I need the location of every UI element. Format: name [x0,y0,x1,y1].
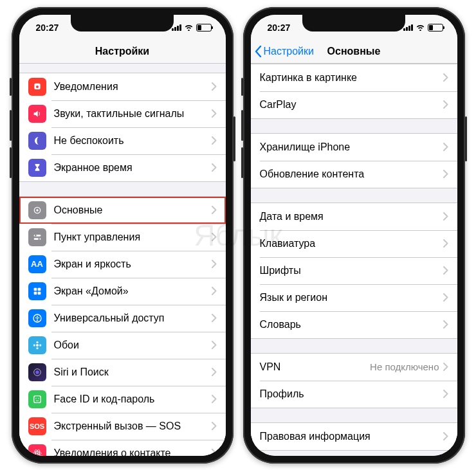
page-title: Основные [327,46,381,57]
chevron-right-icon [212,341,217,349]
row-label: Шрифты [260,265,443,276]
exposure-icon [28,444,46,456]
dnd-icon [28,132,46,150]
svg-point-20 [35,370,39,374]
battery-icon [196,24,212,32]
general-icon [28,201,46,219]
row-label: Основные [54,204,212,216]
row-label: Экран «Домой» [54,285,212,297]
chevron-right-icon [443,73,448,82]
row-dnd[interactable]: Не беспокоить [19,127,226,154]
general-list[interactable]: Картинка в картинкеCarPlayХранилище iPho… [251,64,457,456]
row-screentime[interactable]: Экранное время [19,154,226,181]
chevron-right-icon [212,163,217,172]
notch [71,15,174,32]
row-fonts[interactable]: Шрифты [251,257,457,284]
row-label: Экран и яркость [54,258,212,270]
row-label: Экстренный вызов — SOS [54,420,212,432]
chevron-right-icon [212,287,217,295]
svg-point-3 [36,209,38,211]
row-label: Не беспокоить [54,135,212,147]
row-control-center[interactable]: Пункт управления [19,224,226,251]
row-label: VPN [260,361,371,373]
row-refresh[interactable]: Обновление контента [251,161,457,188]
row-faceid[interactable]: Face ID и код-пароль [19,386,226,413]
row-label: Пункт управления [54,231,212,243]
chevron-right-icon [443,100,448,109]
row-label: CarPlay [260,99,443,111]
chevron-right-icon [212,449,217,456]
status-time: 20:27 [268,23,291,33]
row-exposure[interactable]: Уведомления о контакте [19,440,226,456]
row-notifications[interactable]: Уведомления [19,73,226,100]
chevron-right-icon [212,260,217,268]
row-label: Уведомления о контакте [54,447,212,456]
signal-icon [403,24,413,31]
wifi-icon [416,24,425,31]
chevron-right-icon [443,432,448,440]
row-datetime[interactable]: Дата и время [251,203,457,230]
wallpaper-icon [28,336,46,354]
row-carplay[interactable]: CarPlay [251,91,457,118]
chevron-right-icon [212,206,217,214]
svg-point-24 [36,452,38,454]
settings-list[interactable]: УведомленияЗвуки, тактильные сигналыНе б… [19,64,226,456]
svg-point-14 [36,344,39,347]
svg-rect-21 [33,395,41,402]
svg-rect-10 [33,291,37,294]
chevron-right-icon [443,320,448,329]
svg-rect-9 [37,287,41,291]
sounds-icon [28,105,46,123]
row-legal[interactable]: Правовая информация [251,423,457,450]
sos-icon: SOS [28,417,46,435]
navbar-settings: Настройки [19,41,226,64]
signal-icon [172,24,181,31]
svg-rect-8 [33,287,37,291]
notch [302,15,405,32]
row-general[interactable]: Основные [19,197,226,224]
row-label: Обои [54,339,212,351]
row-pip[interactable]: Картинка в картинке [251,64,457,91]
chevron-right-icon [443,293,448,302]
row-label: Звуки, тактильные сигналы [54,108,212,120]
row-label: Экранное время [54,162,212,174]
svg-point-7 [38,238,40,240]
row-accessibility[interactable]: Универсальный доступ [19,305,226,332]
chevron-right-icon [212,395,217,403]
row-label: Профиль [260,388,443,400]
row-label: Уведомления [54,81,212,93]
row-display[interactable]: AAЭкран и яркость [19,251,226,278]
homescreen-icon [28,282,46,300]
row-label: Правовая информация [260,431,443,442]
chevron-right-icon [443,239,448,248]
back-button[interactable]: Настройки [255,46,314,57]
status-time: 20:27 [36,23,59,33]
faceid-icon [28,390,46,408]
display-icon: AA [28,255,46,273]
svg-point-18 [39,344,41,346]
row-profile[interactable]: Профиль [251,381,457,408]
row-storage[interactable]: Хранилище iPhone [251,134,457,161]
row-wallpaper[interactable]: Обои [19,332,226,359]
phone-right: 20:27 Настройки Основные Картинка в карт… [243,7,465,464]
row-keyboard[interactable]: Клавиатура [251,230,457,257]
chevron-right-icon [212,109,217,118]
row-label: Клавиатура [260,238,443,249]
row-homescreen[interactable]: Экран «Домой» [19,278,226,305]
row-lang[interactable]: Язык и регион [251,284,457,311]
chevron-right-icon [443,363,448,371]
row-sos[interactable]: SOSЭкстренный вызов — SOS [19,413,226,440]
chevron-right-icon [212,368,217,376]
chevron-right-icon [212,233,217,241]
svg-point-22 [35,398,36,399]
row-label: Язык и регион [260,292,443,303]
svg-point-23 [38,398,39,399]
row-vpn[interactable]: VPNНе подключено [251,354,457,381]
row-sounds[interactable]: Звуки, тактильные сигналы [19,100,226,127]
row-label: Face ID и код-пароль [54,393,212,405]
chevron-right-icon [212,82,217,91]
row-dict[interactable]: Словарь [251,311,457,338]
row-siri[interactable]: Siri и Поиск [19,359,226,386]
svg-point-1 [36,86,39,88]
chevron-right-icon [443,266,448,275]
